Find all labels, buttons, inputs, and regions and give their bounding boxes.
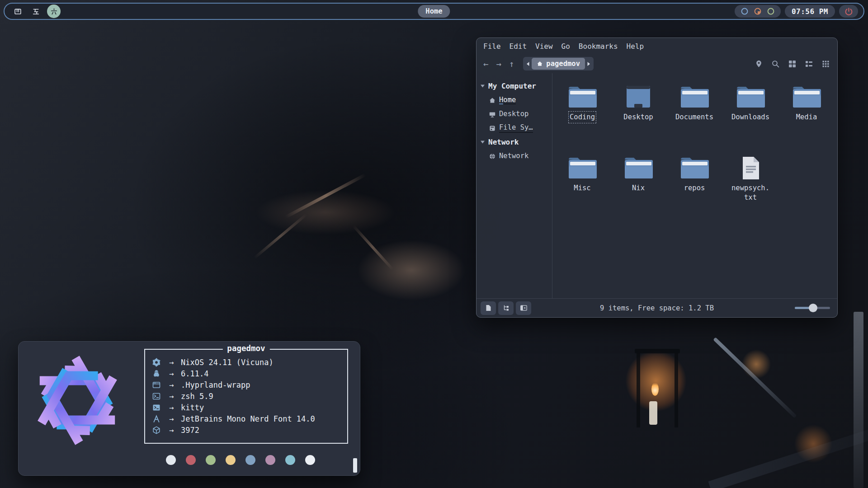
lantern (637, 353, 640, 427)
fetch-value: 6.11.4 (181, 369, 208, 378)
fetch-value: zsh 5.9 (181, 392, 213, 401)
path-scroll-left-icon[interactable] (524, 61, 532, 66)
file-label: Documents (675, 113, 713, 122)
file-label: Misc (574, 183, 590, 193)
fetch-row-shell: →zsh 5.9 (151, 390, 347, 402)
palette-dot (245, 455, 255, 465)
file-label: Downloads (731, 113, 769, 122)
fetch-widget: pagedmov →NixOS 24.11 (Vicuna)→6.11.4→.H… (18, 341, 360, 476)
fetch-row-kernel: →6.11.4 (151, 368, 347, 379)
forward-button[interactable]: → (496, 59, 501, 69)
palette-dot (206, 455, 216, 465)
sidebar-section-network[interactable]: Network (476, 135, 552, 149)
sidebar-section-my-computer[interactable]: My Computer (476, 79, 552, 93)
circle-outline-green-icon (767, 7, 775, 15)
status-text: 9 items, Free space: 1.2 TB (600, 304, 714, 312)
location-pin-icon[interactable] (755, 60, 763, 68)
sidebar-item-home[interactable]: Home (476, 93, 552, 107)
menu-bar: FileEditViewGoBookmarksHelp (476, 38, 837, 54)
path-segment-label: pagedmov (546, 60, 580, 68)
file-nix[interactable]: Nix (610, 149, 666, 220)
file-label: newpsych.txt (731, 183, 770, 202)
folder-icon (680, 83, 709, 108)
status-view-buttons (476, 301, 531, 315)
search-icon[interactable] (771, 60, 780, 68)
fetch-hostname: pagedmov (222, 344, 269, 353)
toolbar: ←→↑ pagedmov (476, 54, 837, 73)
drive-icon (489, 125, 496, 132)
wall-edge (854, 312, 863, 488)
kernel-icon (151, 369, 162, 378)
sidebar-item-label: Home (499, 96, 516, 104)
side-pane-toggle-button[interactable] (516, 301, 531, 315)
focused-window-title: Home (418, 5, 450, 18)
fetch-row-font: →JetBrains Mono Nerd Font 14.0 (151, 413, 347, 424)
power-icon (844, 7, 853, 16)
arrow-icon: → (162, 403, 181, 412)
sidebar: My ComputerHomeDesktopFile Sy…NetworkNet… (476, 73, 552, 298)
palette-dot (265, 455, 275, 465)
folder-icon (568, 154, 597, 179)
file-downloads[interactable]: Downloads (722, 78, 778, 149)
file-misc[interactable]: Misc (554, 149, 610, 220)
circle-pie-orange-icon (754, 7, 762, 15)
workspace-active[interactable] (47, 5, 61, 18)
file-desktop[interactable]: Desktop (610, 78, 666, 149)
file-grid: CodingDesktopDocumentsDownloadsMediaMisc… (552, 73, 837, 298)
zoom-slider[interactable] (795, 304, 830, 312)
files-view-button[interactable] (481, 301, 496, 315)
list-view-icon[interactable] (805, 60, 813, 68)
workspace-button[interactable] (11, 5, 24, 18)
palette-dot (226, 455, 236, 465)
path-scroll-right-icon[interactable] (585, 61, 593, 66)
color-palette (166, 455, 315, 465)
wm-icon (151, 380, 162, 389)
menu-view[interactable]: View (535, 42, 553, 51)
chevron-down-icon (481, 141, 485, 144)
folder-icon (680, 154, 709, 179)
sidebar-item-label: Network (499, 152, 528, 160)
slider-knob[interactable] (809, 304, 817, 312)
chevron-down-icon (481, 84, 485, 88)
compact-view-icon[interactable] (821, 60, 830, 68)
desktop-icon (489, 111, 496, 118)
lantern (635, 349, 680, 353)
menu-help[interactable]: Help (627, 42, 644, 51)
fetch-value: NixOS 24.11 (Vicuna) (181, 358, 274, 367)
path-segment-button[interactable]: pagedmov (532, 58, 585, 70)
fetch-row-nixos: →NixOS 24.11 (Vicuna) (151, 357, 347, 368)
menu-bookmarks[interactable]: Bookmarks (579, 42, 618, 51)
fetch-rows: →NixOS 24.11 (Vicuna)→6.11.4→.Hyprland-w… (145, 350, 347, 436)
file-media[interactable]: Media (778, 78, 835, 149)
section-label: My Computer (488, 82, 536, 90)
up-button[interactable]: ↑ (509, 59, 514, 69)
sidebar-item-filesy[interactable]: File Sy… (476, 121, 552, 135)
menu-go[interactable]: Go (561, 42, 570, 51)
nav-buttons: ←→↑ (483, 59, 514, 69)
fetch-row-packages: →3972 (151, 424, 347, 436)
beam-highlight (708, 423, 868, 488)
file-coding[interactable]: Coding (554, 78, 610, 149)
fetch-frame: pagedmov →NixOS 24.11 (Vicuna)→6.11.4→.H… (144, 349, 348, 444)
packages-icon (151, 426, 162, 435)
hair-highlight (352, 225, 393, 271)
file-documents[interactable]: Documents (666, 78, 722, 149)
file-repos[interactable]: repos (666, 149, 722, 220)
sidebar-item-desktop[interactable]: Desktop (476, 107, 552, 121)
power-button[interactable] (839, 5, 858, 18)
menu-file[interactable]: File (483, 42, 501, 51)
arrow-icon: → (162, 426, 181, 435)
shell-icon (151, 392, 162, 401)
workspace-button[interactable] (29, 5, 42, 18)
file-newpsych-txt[interactable]: newpsych.txt (722, 149, 778, 220)
desktop: Home 07:56 PM FileEditViewGoBookmarksHel… (0, 0, 868, 488)
arrow-icon: → (162, 358, 181, 367)
back-button[interactable]: ← (483, 59, 488, 69)
tree-view-button[interactable] (498, 301, 514, 315)
taskbar-right: 07:56 PM (735, 5, 858, 18)
menu-edit[interactable]: Edit (509, 42, 527, 51)
sidebar-item-network[interactable]: Network (476, 149, 552, 163)
path-bar: pagedmov (523, 57, 594, 70)
icon-view-icon[interactable] (788, 60, 797, 68)
workspace-list (11, 5, 61, 18)
